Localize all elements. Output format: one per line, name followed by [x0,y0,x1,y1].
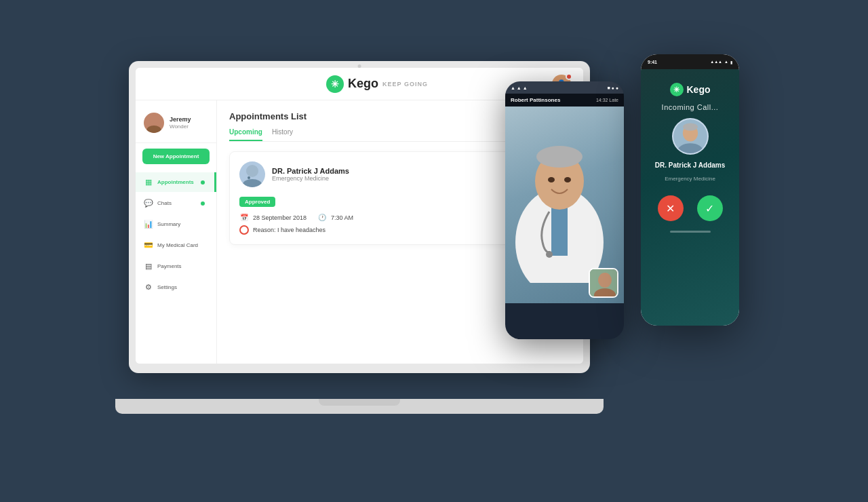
phone2-logo-icon: ✳ [670,83,684,96]
settings-icon: ⚙ [144,283,153,292]
phone2: 9:41 ▲▲▲ ▲ ▮ ✳ Kego Incoming Call... [641,54,739,326]
phone1-status-right: ■ ● ● [607,85,618,90]
doctor-video-svg [505,107,614,283]
call-time: 14:32 Late [596,98,618,102]
phone2-notch: 9:41 ▲▲▲ ▲ ▮ [641,54,739,69]
phone1-status-bar: ▲ ▲ ▲ ■ ● ● [505,81,624,94]
phone2-status-icons: ▲▲▲ ▲ ▮ [710,60,732,64]
svg-point-11 [546,251,553,258]
time-row: 🕐 7:30 AM [317,214,353,221]
svg-point-18 [682,123,697,131]
svg-point-13 [598,273,612,288]
sidebar-item-summary[interactable]: 📊 Summary [136,214,216,234]
sidebar-label-appointments: Appointments [157,179,194,185]
status-badge: Approved [239,197,275,207]
appointments-dot [201,180,205,185]
svg-point-2 [246,165,258,177]
slide-hint [670,231,711,233]
payments-icon: ▤ [144,262,153,271]
app-logo: ✳ Kego KEEP GOING [326,75,428,93]
tab-history[interactable]: History [272,128,293,141]
medical-card-icon: 💳 [144,241,153,250]
self-view-svg [590,269,618,298]
doctor-name: DR. Patrick J Addams [272,167,349,175]
signal-icon: ▲▲▲ [710,60,722,64]
sidebar-label-summary: Summary [157,221,180,227]
appointment-date: 28 September 2018 [253,214,307,221]
caller-name: Robert Pattinsones [511,97,560,103]
profile-avatar [144,113,164,133]
sidebar-label-settings: Settings [157,284,177,290]
summary-icon: 📊 [144,220,153,229]
sidebar-item-medical-card[interactable]: 💳 My Medical Card [136,235,216,255]
sidebar: Jeremy Wonder New Appointment ▦ Appointm… [136,100,217,364]
scene: ✳ Kego KEEP GOING 👤 [129,41,739,461]
wifi-icon: ▲ [724,60,728,64]
new-appointment-button[interactable]: New Appointment [142,149,210,164]
sidebar-item-settings[interactable]: ⚙ Settings [136,277,216,297]
sidebar-profile: Jeremy Wonder [136,109,216,143]
svg-point-8 [536,146,583,168]
appointments-icon: ▦ [144,178,153,187]
self-view-thumbnail [589,268,618,298]
sidebar-label-payments: Payments [157,263,182,269]
sidebar-item-chats[interactable]: 💬 Chats [136,193,216,213]
svg-point-10 [564,177,571,182]
phone2-time: 9:41 [648,60,657,64]
phone1-video [505,107,624,303]
doctor-specialty: Emergency Medicine [272,175,349,182]
laptop-base [115,399,604,414]
caller-svg [673,118,707,155]
phone2-body: ✳ Kego Incoming Call... DR. Patrick J Ad… [641,69,739,326]
appointment-reason: Reason: I have headaches [253,227,326,233]
phone2-caller-spec: Emergency Medicine [665,176,715,182]
logo-text: Kego [348,77,378,91]
phone2-caller-name: DR. Patrick J Addams [655,161,726,169]
clock-icon: 🕐 [317,214,327,221]
caller-avatar [672,118,709,155]
doctor-avatar [239,161,265,187]
doctor-info: DR. Patrick J Addams Emergency Medicine [272,167,349,182]
profile-name: Jeremy [170,116,191,124]
calendar-icon: 📅 [239,214,249,221]
call-actions: ✕ ✓ [658,195,723,221]
accept-call-button[interactable]: ✓ [697,195,723,221]
logo-icon: ✳ [326,75,344,93]
sidebar-item-appointments[interactable]: ▦ Appointments [136,172,216,192]
svg-point-9 [548,177,555,182]
date-row: 📅 28 September 2018 [239,214,307,221]
chats-dot [201,201,205,206]
svg-point-4 [248,176,250,179]
profile-surname: Wonder [170,123,191,130]
phone1: ▲ ▲ ▲ ■ ● ● Robert Pattinsones 14:32 Lat… [505,81,624,339]
tab-upcoming[interactable]: Upcoming [229,128,262,141]
sidebar-label-chats: Chats [157,200,172,206]
svg-point-0 [149,115,159,125]
sidebar-label-medical-card: My Medical Card [157,242,198,248]
svg-point-1 [146,125,161,133]
battery-icon: ▮ [730,60,732,64]
chats-icon: 💬 [144,199,153,208]
phone1-status-left: ▲ ▲ ▲ [511,85,528,90]
appointment-time: 7:30 AM [331,214,353,221]
decline-call-button[interactable]: ✕ [658,195,684,221]
notification-dot [566,73,572,80]
svg-point-3 [243,179,262,187]
reason-icon [239,225,249,235]
phone2-logo-text: Kego [687,84,711,95]
phone2-logo: ✳ Kego [670,83,711,96]
incoming-call-label: Incoming Call... [662,103,719,111]
phone1-caller-bar: Robert Pattinsones 14:32 Late [505,94,624,107]
sidebar-item-payments[interactable]: ▤ Payments [136,256,216,276]
keep-going: KEEP GOING [382,81,428,88]
